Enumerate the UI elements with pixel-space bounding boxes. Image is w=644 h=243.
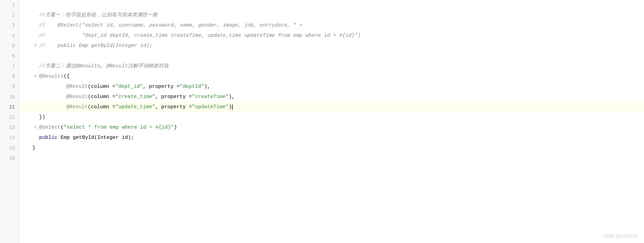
code-line-9: @Result (column = "dept_id" , property =… bbox=[19, 82, 644, 92]
fold-6 bbox=[26, 53, 32, 59]
line-num-6: 6 bbox=[0, 51, 18, 61]
code-line-2: //方案一：给字段起别名，让别名与实体类属性一致 bbox=[19, 10, 644, 20]
line-num-1: 1 bbox=[0, 0, 18, 10]
code-line-13: ▽ @Select ( "select * from emp where id … bbox=[19, 123, 644, 133]
results-annotation: @Results bbox=[39, 72, 64, 81]
comment-line-4: // "dept_id deptId, create_time createTi… bbox=[39, 32, 361, 40]
code-line-1 bbox=[19, 0, 644, 10]
fold-16 bbox=[26, 155, 32, 161]
fold-5[interactable]: ▽ bbox=[32, 43, 38, 49]
code-line-14: public Emp getById(Integer id); bbox=[19, 133, 644, 143]
line-num-14: 14 bbox=[0, 133, 18, 143]
code-line-3: // @Select("select id, username, passwor… bbox=[19, 20, 644, 31]
result-9-prop: "deptId" bbox=[180, 83, 204, 91]
line-num-7: 7 bbox=[0, 61, 18, 71]
result-11-annotation: @Result bbox=[66, 103, 88, 111]
result-11-close: ) bbox=[229, 103, 232, 111]
fold-14 bbox=[32, 135, 38, 141]
code-line-8: ▽ @Results ({ bbox=[19, 71, 644, 82]
fold-4 bbox=[32, 33, 38, 39]
result-9-col: "dept_id" bbox=[115, 83, 143, 91]
method-sig: Emp getById(Integer id); bbox=[57, 134, 134, 142]
code-line-10: @Result (column = "create_time" , proper… bbox=[19, 92, 644, 102]
results-open: ({ bbox=[64, 72, 70, 81]
code-content: //方案一：给字段起别名，让别名与实体类属性一致 // @Select("sel… bbox=[19, 0, 644, 243]
line-num-13: 13 bbox=[0, 123, 18, 133]
code-line-12: }) bbox=[19, 112, 644, 123]
select-string: "select * from emp where id = #{id}" bbox=[64, 124, 174, 132]
result-10-col: "create_time" bbox=[115, 93, 155, 101]
line-num-5: 5 bbox=[0, 41, 18, 51]
fold-12 bbox=[32, 114, 38, 120]
result-9-open: (column = bbox=[88, 83, 115, 91]
line-num-9: 9 bbox=[0, 82, 18, 92]
code-line-4: // "dept_id deptId, create_time createTi… bbox=[19, 31, 644, 41]
fold-7 bbox=[32, 63, 38, 69]
comment-line-5: // public Emp getById(Integer id); bbox=[39, 42, 152, 50]
select-open: ( bbox=[61, 124, 64, 132]
fold-3 bbox=[32, 22, 38, 29]
line-num-12: 12 bbox=[0, 112, 18, 123]
class-close: } bbox=[32, 144, 35, 152]
line-num-4: 4 bbox=[0, 31, 18, 41]
result-10-close: ), bbox=[229, 93, 235, 101]
code-line-6 bbox=[19, 51, 644, 61]
result-9-annotation: @Result bbox=[66, 83, 88, 91]
line-num-2: 2 bbox=[0, 10, 18, 20]
line-num-8: 8 bbox=[0, 71, 18, 82]
result-11-col: "update_time" bbox=[115, 103, 155, 111]
result-10-prop: "createTime" bbox=[192, 93, 229, 101]
result-11-open: (column = bbox=[88, 103, 115, 111]
fold-9 bbox=[60, 84, 66, 90]
fold-8[interactable]: ▽ bbox=[32, 74, 38, 80]
code-line-7: //方案二：通过@Results, @Result注解手动映射封装 bbox=[19, 61, 644, 71]
result-9-close: ), bbox=[204, 83, 210, 91]
results-close: }) bbox=[39, 113, 45, 122]
line-numbers: 1 2 3 4 5 6 7 8 9 10 11 12 13 14 15 16 bbox=[0, 0, 19, 243]
line-num-11: 11 bbox=[0, 102, 18, 112]
fold-2 bbox=[32, 12, 38, 18]
fold-15 bbox=[26, 145, 32, 151]
fold-11 bbox=[60, 104, 66, 110]
result-11-prop: "updateTime" bbox=[192, 103, 229, 111]
line-num-10: 10 bbox=[0, 92, 18, 102]
code-line-16 bbox=[19, 153, 644, 163]
text-cursor bbox=[232, 104, 233, 110]
code-line-11: @Result (column = "update_time" , proper… bbox=[19, 102, 644, 112]
line-num-15: 15 bbox=[0, 143, 18, 153]
watermark: CSDN @长安1108 bbox=[603, 233, 637, 240]
select-annotation: @Select bbox=[39, 124, 61, 132]
comment-line-3: // @Select("select id, username, passwor… bbox=[39, 21, 302, 30]
line-num-16: 16 bbox=[0, 153, 18, 163]
result-10-annotation: @Result bbox=[66, 93, 88, 101]
code-line-15: } bbox=[19, 143, 644, 153]
code-line-5: ▽ // public Emp getById(Integer id); bbox=[19, 41, 644, 51]
comment-line-7: //方案二：通过@Results, @Result注解手动映射封装 bbox=[39, 62, 169, 70]
code-editor: 1 2 3 4 5 6 7 8 9 10 11 12 13 14 15 16 /… bbox=[0, 0, 644, 243]
result-11-comma1: , property = bbox=[155, 103, 192, 111]
result-10-comma1: , property = bbox=[155, 93, 192, 101]
line-num-3: 3 bbox=[0, 20, 18, 31]
result-10-open: (column = bbox=[88, 93, 115, 101]
keyword-public: public bbox=[39, 134, 57, 142]
fold-10 bbox=[60, 94, 66, 100]
fold-1 bbox=[26, 2, 32, 8]
comment-line-2: //方案一：给字段起别名，让别名与实体类属性一致 bbox=[39, 11, 158, 19]
select-close: ) bbox=[174, 124, 177, 132]
fold-13[interactable]: ▽ bbox=[32, 125, 38, 131]
result-9-comma1: , property = bbox=[143, 83, 180, 91]
